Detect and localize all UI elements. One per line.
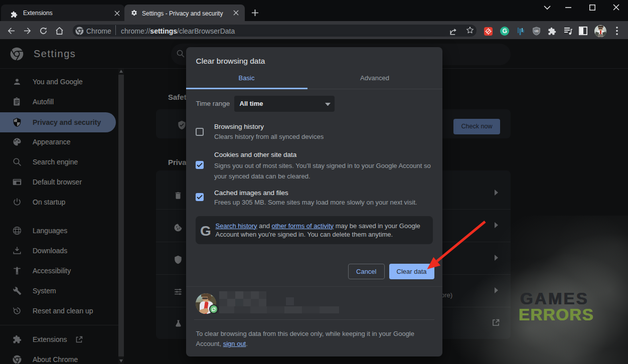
svg-text:UD: UD <box>535 30 539 33</box>
